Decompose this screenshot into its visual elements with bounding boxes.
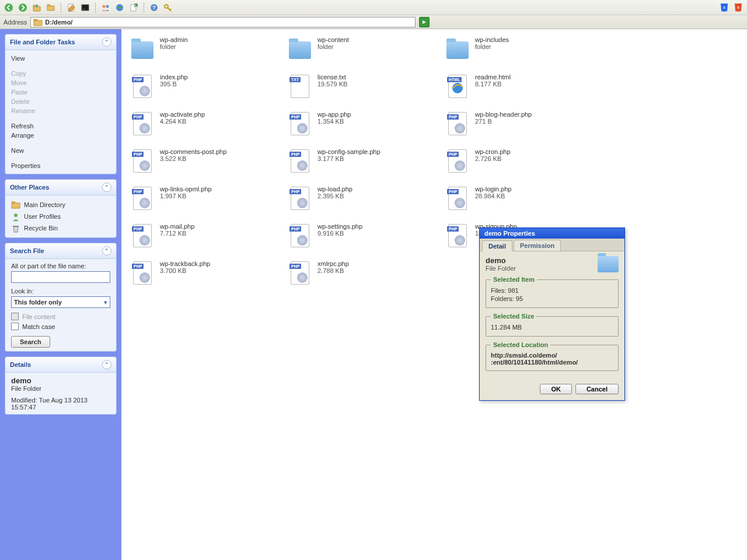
terminal-button[interactable]: _ <box>79 1 92 14</box>
task-paste: Paste <box>11 88 110 97</box>
key-button[interactable] <box>162 1 174 14</box>
tab-detail[interactable]: Detail <box>482 240 512 251</box>
place-user-profiles[interactable]: User Profiles <box>11 211 110 222</box>
open-button[interactable] <box>44 1 57 14</box>
place-recycle-bin[interactable]: Recycle Bin <box>11 222 110 234</box>
newwindow-button[interactable] <box>127 1 140 14</box>
task-delete: Delete <box>11 97 110 106</box>
search-lookin-select[interactable]: This folder only ▾ <box>11 296 110 308</box>
txt-icon: TXT <box>287 74 313 99</box>
place-main-directory[interactable]: Main Directory <box>11 199 110 211</box>
content-area: wp-adminfolderwp-contentfolderwp-include… <box>121 29 747 560</box>
svg-point-5 <box>103 5 106 8</box>
file-item[interactable]: PHPwp-config-sample.php3.177 KB <box>287 148 445 175</box>
match-case-checkbox[interactable] <box>11 323 19 330</box>
ok-button[interactable]: OK <box>540 384 572 394</box>
file-item[interactable]: PHPwp-links-opml.php1.997 KB <box>130 186 287 212</box>
user-icon <box>11 212 20 220</box>
tab-permission[interactable]: Permission <box>514 240 561 251</box>
cancel-button[interactable]: Cancel <box>575 384 619 394</box>
task-properties[interactable]: Properties <box>11 161 110 170</box>
forward-button[interactable] <box>16 1 29 14</box>
file-item[interactable]: PHPwp-cron.php2.726 KB <box>445 148 602 175</box>
php-icon: PHP <box>445 186 470 211</box>
legend: Selected Item <box>491 276 537 283</box>
places-panel-header[interactable]: Other Places ⌃ <box>5 180 116 195</box>
location-url: http://smsid.co/demo/ <box>491 352 613 359</box>
task-new[interactable]: New <box>11 146 110 155</box>
task-refresh[interactable]: Refresh <box>11 121 110 131</box>
file-item[interactable]: TXTlicense.txt19.579 KB <box>287 74 445 100</box>
file-item[interactable]: PHPwp-login.php28.984 KB <box>445 186 602 212</box>
file-name: wp-admin <box>160 36 188 43</box>
location-path: :ent/80/10141180/html/demo/ <box>491 359 613 366</box>
users-button[interactable] <box>99 1 112 14</box>
details-name: demo <box>11 376 110 385</box>
php-icon: PHP <box>287 260 313 286</box>
file-meta: folder <box>317 43 349 50</box>
file-item[interactable]: PHPwp-activate.php4.264 KB <box>130 111 287 138</box>
file-name: wp-blog-header.php <box>475 111 532 118</box>
file-item[interactable]: PHPwp-mail.php7.712 KB <box>130 223 287 250</box>
file-item[interactable]: wp-adminfolder <box>130 36 287 63</box>
collapse-icon[interactable]: ⌃ <box>102 246 111 256</box>
file-item[interactable]: wp-contentfolder <box>287 36 445 63</box>
file-meta: 1.997 KB <box>160 192 212 200</box>
php-icon: PHP <box>287 148 313 174</box>
search-name-label: All or part of the file name: <box>11 262 110 270</box>
globe-button[interactable] <box>113 1 126 14</box>
file-item[interactable]: PHPindex.php395 B <box>130 74 287 100</box>
file-meta: 395 B <box>160 80 188 88</box>
search-name-input[interactable] <box>11 271 110 283</box>
tasks-panel-header[interactable]: File and Folder Tasks ⌃ <box>5 34 116 50</box>
file-meta: 1.354 KB <box>317 118 351 125</box>
details-panel-header[interactable]: Details ⌃ <box>5 357 116 373</box>
dialog-tabs: Detail Permission <box>480 239 624 251</box>
file-item[interactable]: PHPwp-blog-header.php271 B <box>445 111 602 138</box>
back-button[interactable] <box>2 1 15 14</box>
up-button[interactable] <box>30 1 43 14</box>
folder-icon <box>445 36 470 62</box>
select-value: This folder only <box>14 299 62 306</box>
edit-button[interactable] <box>65 1 78 14</box>
file-name: readme.html <box>475 74 511 80</box>
file-meta: 28.984 KB <box>475 192 511 200</box>
go-button[interactable] <box>419 17 430 27</box>
collapse-icon[interactable]: ⌃ <box>102 37 111 47</box>
svg-text:_: _ <box>82 6 85 9</box>
dialog-title[interactable]: demo Properties <box>480 228 624 239</box>
file-item[interactable]: wp-includesfolder <box>445 36 602 63</box>
file-item[interactable]: PHPwp-comments-post.php3.522 KB <box>130 148 287 175</box>
file-item[interactable]: PHPxmlrpc.php2.788 KB <box>287 260 445 287</box>
collapse-icon[interactable]: ⌃ <box>102 360 111 369</box>
file-item[interactable]: HTMLreadme.html8.177 KB <box>445 74 602 100</box>
file-item[interactable]: PHPwp-trackback.php3.700 KB <box>130 260 287 287</box>
task-arrange[interactable]: Arrange <box>11 131 110 140</box>
php-icon: PHP <box>130 74 155 99</box>
file-item[interactable]: PHPwp-app.php1.354 KB <box>287 111 445 138</box>
dialog-item-type: File Folder <box>486 265 516 272</box>
file-meta: 3.522 KB <box>160 155 226 162</box>
search-panel-header[interactable]: Search File ⌃ <box>5 243 116 259</box>
task-copy: Copy <box>11 69 110 78</box>
place-label: Main Directory <box>24 201 65 208</box>
address-input[interactable]: D:/demo/ <box>30 17 416 27</box>
file-item[interactable]: PHPwp-settings.php9.916 KB <box>287 223 445 250</box>
folder-icon <box>33 18 43 27</box>
file-name: wp-cron.php <box>475 148 511 155</box>
task-view[interactable]: View <box>11 54 110 63</box>
file-meta: 7.712 KB <box>160 230 194 237</box>
file-item[interactable]: PHPwp-load.php2.395 KB <box>287 186 445 212</box>
php-icon: PHP <box>130 111 155 136</box>
folder-icon <box>287 36 313 62</box>
search-button[interactable]: Search <box>11 336 50 348</box>
file-name: wp-load.php <box>317 186 352 192</box>
files-count: Files: 981 <box>491 286 613 295</box>
help-button[interactable]: ? <box>148 1 160 14</box>
collapse-icon[interactable]: ⌃ <box>102 183 111 192</box>
sidebar: File and Folder Tasks ⌃ ViewCopyMovePast… <box>0 29 121 560</box>
file-meta: 19.579 KB <box>317 80 347 88</box>
php-icon: PHP <box>287 111 313 136</box>
php-icon: PHP <box>130 260 155 286</box>
selected-item-fieldset: Selected Item Files: 981 Folders: 95 <box>486 276 619 308</box>
